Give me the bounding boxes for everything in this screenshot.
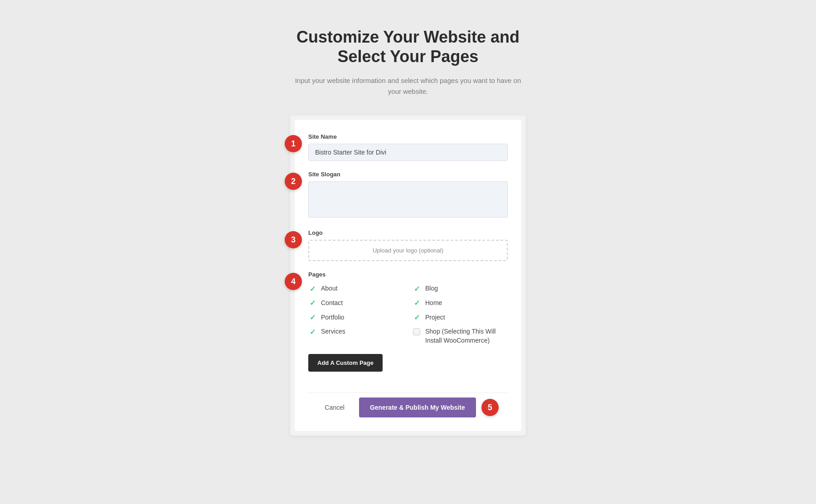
page-label-home: Home xyxy=(425,299,442,308)
logo-group: 3 Logo Upload your logo (optional) xyxy=(308,229,508,261)
page-subtitle: Input your website information and selec… xyxy=(295,75,521,97)
page-label-about: About xyxy=(321,284,338,293)
step-5-badge: 5 xyxy=(481,399,499,416)
site-name-label: Site Name xyxy=(308,133,508,140)
page-label-contact: Contact xyxy=(321,299,343,308)
pages-label: Pages xyxy=(308,271,508,278)
page-title: Customize Your Website and Select Your P… xyxy=(296,27,520,66)
checkbox-portfolio[interactable]: ✓ xyxy=(308,314,316,322)
checkbox-home[interactable]: ✓ xyxy=(413,299,421,307)
page-label-project: Project xyxy=(425,313,445,322)
add-custom-page-button[interactable]: Add A Custom Page xyxy=(308,354,383,372)
page-label-blog: Blog xyxy=(425,284,438,293)
page-item-about[interactable]: ✓ About xyxy=(308,284,403,293)
checkbox-project[interactable]: ✓ xyxy=(413,314,421,322)
step-1-badge: 1 xyxy=(285,135,302,152)
step-4-badge: 4 xyxy=(285,273,302,290)
site-name-group: 1 Site Name xyxy=(308,133,508,161)
page-label-shop: Shop (Selecting This Will Install WooCom… xyxy=(425,327,508,345)
checkbox-blog[interactable]: ✓ xyxy=(413,285,421,293)
form-card-outer: 1 Site Name 2 Site Slogan 3 Logo Upload … xyxy=(290,115,526,436)
page-item-home[interactable]: ✓ Home xyxy=(413,299,508,308)
page-wrapper: Customize Your Website and Select Your P… xyxy=(0,0,816,504)
page-item-services[interactable]: ✓ Services xyxy=(308,327,403,345)
generate-button-wrapper: Generate & Publish My Website 5 xyxy=(359,397,499,417)
logo-upload-area[interactable]: Upload your logo (optional) xyxy=(308,240,508,261)
site-slogan-group: 2 Site Slogan xyxy=(308,171,508,219)
page-item-shop[interactable]: Shop (Selecting This Will Install WooCom… xyxy=(413,327,508,345)
actions-row: Cancel Generate & Publish My Website 5 xyxy=(308,393,508,417)
page-label-portfolio: Portfolio xyxy=(321,313,344,322)
page-item-blog[interactable]: ✓ Blog xyxy=(413,284,508,293)
site-name-input[interactable] xyxy=(308,144,508,161)
pages-group: 4 Pages ✓ About ✓ Blog xyxy=(308,271,508,383)
pages-grid: ✓ About ✓ Blog ✓ xyxy=(308,284,508,345)
page-item-project[interactable]: ✓ Project xyxy=(413,313,508,322)
logo-label: Logo xyxy=(308,229,508,236)
site-slogan-label: Site Slogan xyxy=(308,171,508,178)
cancel-button[interactable]: Cancel xyxy=(317,399,352,416)
site-slogan-input[interactable] xyxy=(308,181,508,218)
step-2-badge: 2 xyxy=(285,173,302,190)
checkbox-about[interactable]: ✓ xyxy=(308,285,316,293)
step-3-badge: 3 xyxy=(285,231,302,248)
checkbox-contact[interactable]: ✓ xyxy=(308,299,316,307)
page-item-contact[interactable]: ✓ Contact xyxy=(308,299,403,308)
checkbox-services[interactable]: ✓ xyxy=(308,328,316,336)
page-item-portfolio[interactable]: ✓ Portfolio xyxy=(308,313,403,322)
page-label-services: Services xyxy=(321,327,345,336)
checkbox-shop[interactable] xyxy=(413,328,421,336)
form-card: 1 Site Name 2 Site Slogan 3 Logo Upload … xyxy=(295,120,521,431)
generate-publish-button[interactable]: Generate & Publish My Website xyxy=(359,397,476,417)
